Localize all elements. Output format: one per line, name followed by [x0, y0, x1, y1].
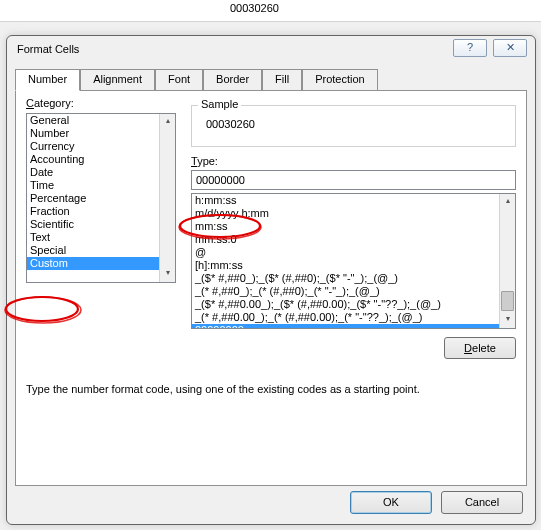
- list-item[interactable]: Scientific: [27, 218, 159, 231]
- list-item[interactable]: Text: [27, 231, 159, 244]
- format-codes-listbox[interactable]: h:mm:ss m/d/yyyy h:mm mm:ss mm:ss.0 @ [h…: [191, 193, 516, 329]
- tab-font[interactable]: Font: [155, 69, 203, 91]
- tab-protection[interactable]: Protection: [302, 69, 378, 91]
- category-listbox[interactable]: General Number Currency Accounting Date …: [26, 113, 176, 283]
- delete-button[interactable]: Delete: [444, 337, 516, 359]
- list-item[interactable]: Number: [27, 127, 159, 140]
- list-item[interactable]: m/d/yyyy h:mm: [192, 207, 499, 220]
- sample-label: Sample: [198, 98, 241, 110]
- list-item[interactable]: mm:ss: [192, 220, 499, 233]
- tab-strip: Number Alignment Font Border Fill Protec…: [15, 68, 527, 90]
- scroll-up-icon[interactable]: ▴: [160, 114, 175, 130]
- tab-number[interactable]: Number: [15, 69, 80, 91]
- list-item[interactable]: @: [192, 246, 499, 259]
- dialog-title: Format Cells: [17, 43, 79, 55]
- list-item[interactable]: Time: [27, 179, 159, 192]
- list-item[interactable]: Special: [27, 244, 159, 257]
- scrollbar[interactable]: ▴ ▾: [499, 194, 515, 328]
- help-button[interactable]: ?: [453, 39, 487, 57]
- hint-text: Type the number format code, using one o…: [26, 383, 516, 395]
- list-item[interactable]: Accounting: [27, 153, 159, 166]
- type-input[interactable]: [191, 170, 516, 190]
- list-item[interactable]: h:mm:ss: [192, 194, 499, 207]
- close-button[interactable]: ✕: [493, 39, 527, 57]
- list-item[interactable]: Date: [27, 166, 159, 179]
- list-item[interactable]: Percentage: [27, 192, 159, 205]
- tab-alignment[interactable]: Alignment: [80, 69, 155, 91]
- list-item[interactable]: _($* #,##0.00_);_($* (#,##0.00);_($* "-"…: [192, 298, 499, 311]
- tab-border[interactable]: Border: [203, 69, 262, 91]
- sample-value: 00030260: [206, 118, 507, 130]
- tab-fill[interactable]: Fill: [262, 69, 302, 91]
- list-item[interactable]: Custom: [27, 257, 159, 270]
- scroll-thumb[interactable]: [501, 291, 514, 311]
- list-item[interactable]: [h]:mm:ss: [192, 259, 499, 272]
- dialog-titlebar: Format Cells ? ✕: [7, 36, 535, 64]
- format-cells-dialog: Format Cells ? ✕ Number Alignment Font B…: [6, 35, 536, 525]
- category-label: Category:: [26, 97, 74, 109]
- sample-group: Sample 00030260: [191, 105, 516, 147]
- type-label: Type:: [191, 155, 218, 167]
- scrollbar[interactable]: ▴ ▾: [159, 114, 175, 282]
- list-item[interactable]: _(* #,##0_);_(* (#,##0);_(* "-"_);_(@_): [192, 285, 499, 298]
- list-item[interactable]: Fraction: [27, 205, 159, 218]
- formula-bar-value: 00030260: [230, 2, 279, 14]
- list-item[interactable]: _(* #,##0.00_);_(* (#,##0.00);_(* "-"??_…: [192, 311, 499, 324]
- scroll-up-icon[interactable]: ▴: [500, 194, 515, 210]
- dialog-footer: OK Cancel: [344, 491, 523, 514]
- scroll-down-icon[interactable]: ▾: [160, 266, 175, 282]
- list-item[interactable]: 00000000: [192, 324, 499, 328]
- number-panel: Category: General Number Currency Accoun…: [15, 90, 527, 486]
- ok-button[interactable]: OK: [350, 491, 432, 514]
- list-item[interactable]: Currency: [27, 140, 159, 153]
- cancel-button[interactable]: Cancel: [441, 491, 523, 514]
- list-item[interactable]: mm:ss.0: [192, 233, 499, 246]
- list-item[interactable]: _($* #,##0_);_($* (#,##0);_($* "-"_);_(@…: [192, 272, 499, 285]
- scroll-down-icon[interactable]: ▾: [500, 312, 515, 328]
- list-item[interactable]: General: [27, 114, 159, 127]
